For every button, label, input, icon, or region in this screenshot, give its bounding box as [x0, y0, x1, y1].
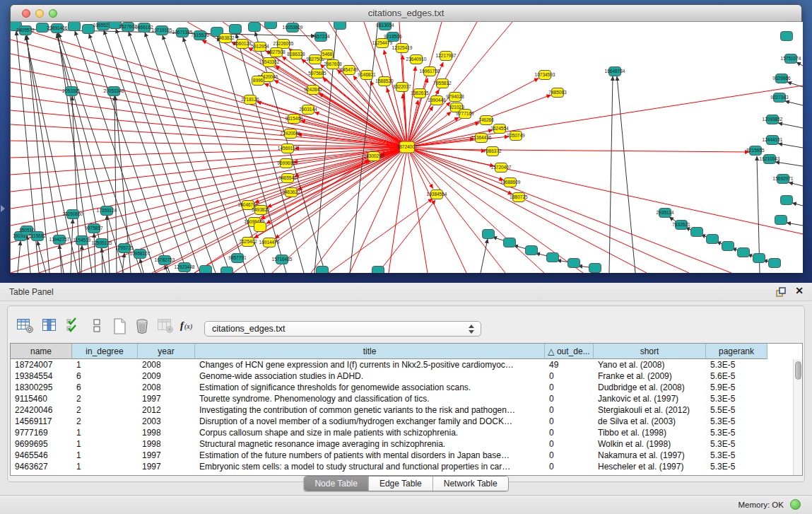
- column-header-year[interactable]: year: [138, 344, 195, 359]
- graph-edge[interactable]: [775, 162, 803, 166]
- table-select-dropdown[interactable]: citations_edges.txt: [204, 321, 481, 337]
- red-ray-edge[interactable]: [407, 147, 428, 273]
- table-row[interactable]: 1830029562008Estimation of significance …: [11, 382, 767, 393]
- table-row[interactable]: 1872400712008Changes of HCN gene express…: [11, 359, 767, 370]
- row-height-icon[interactable]: [88, 317, 107, 334]
- close-panel-icon[interactable]: ✕: [795, 285, 804, 296]
- graph-node[interactable]: [317, 267, 329, 274]
- graph-node[interactable]: [753, 254, 765, 263]
- table-row[interactable]: 1938455462009Genome-wide association stu…: [11, 370, 767, 382]
- graph-edge[interactable]: [789, 182, 803, 186]
- graph-node[interactable]: [722, 242, 734, 251]
- memory-status-indicator[interactable]: [790, 499, 801, 510]
- graph-edge[interactable]: [796, 62, 803, 66]
- table-cell: 2: [72, 404, 138, 416]
- table-vertical-scrollbar[interactable]: [793, 359, 802, 475]
- graph-node[interactable]: [265, 22, 277, 29]
- column-header-short[interactable]: short: [594, 344, 706, 359]
- function-builder-icon[interactable]: f (x): [180, 317, 198, 334]
- column-header-title[interactable]: title: [195, 344, 545, 359]
- column-header-name[interactable]: name: [11, 344, 72, 359]
- red-ray-edge[interactable]: [11, 68, 407, 147]
- graph-edge[interactable]: [329, 199, 433, 273]
- graph-node-label: 7832621: [672, 222, 690, 227]
- delete-table-icon[interactable]: [134, 317, 152, 334]
- tab-edge-table[interactable]: Edge Table: [368, 477, 433, 491]
- graph-edge[interactable]: [778, 144, 803, 148]
- table-cell: Stergiakouli et al. (2012): [594, 404, 706, 416]
- graph-edge[interactable]: [785, 101, 803, 105]
- graph-edge[interactable]: [71, 219, 73, 273]
- graph-edge[interactable]: [778, 123, 803, 128]
- scrollbar-thumb[interactable]: [795, 361, 801, 380]
- table-mode-icon[interactable]: [16, 317, 35, 334]
- graph-edge[interactable]: [152, 160, 370, 273]
- table-row[interactable]: 946362711997Embryonic stem cells: a mode…: [11, 461, 767, 472]
- graph-node[interactable]: [200, 266, 212, 274]
- graph-node[interactable]: [775, 216, 787, 225]
- graph-edge[interactable]: [617, 76, 635, 273]
- graph-edge[interactable]: [81, 245, 82, 273]
- table-cell: Dudbridge et al. (2008): [594, 382, 706, 393]
- graph-node[interactable]: [568, 259, 580, 268]
- column-header-in_degree[interactable]: in_degree: [72, 344, 138, 359]
- graph-node[interactable]: [769, 259, 781, 268]
- red-ray-edge[interactable]: [11, 147, 407, 192]
- graph-edge[interactable]: [792, 203, 803, 206]
- show-columns-icon[interactable]: [41, 317, 59, 334]
- graph-edge[interactable]: [787, 223, 803, 226]
- graph-edge[interactable]: [410, 149, 749, 152]
- graph-node[interactable]: [589, 264, 601, 273]
- red-ray-edge[interactable]: [11, 147, 407, 259]
- red-ray-edge[interactable]: [11, 147, 407, 243]
- graph-node[interactable]: [526, 246, 538, 255]
- cytoscape-desktop: citations_edges.txt 24055722069140610655…: [0, 0, 812, 283]
- column-header-pagerank[interactable]: pagerank: [706, 344, 767, 359]
- graph-edge[interactable]: [102, 248, 102, 273]
- graph-edge[interactable]: [787, 82, 803, 87]
- graph-edge[interactable]: [609, 76, 613, 273]
- graph-node[interactable]: [781, 196, 793, 205]
- red-ray-edge[interactable]: [407, 147, 731, 273]
- create-table-icon[interactable]: [111, 317, 129, 334]
- graph-node[interactable]: [738, 248, 750, 257]
- table-cell: Estimation of significance thresholds fo…: [195, 382, 545, 393]
- graph-node[interactable]: [249, 23, 261, 32]
- graph-node-label: 1362615: [411, 90, 429, 95]
- graph-node[interactable]: [781, 32, 793, 41]
- red-ray-edge[interactable]: [389, 147, 407, 273]
- tab-network-table[interactable]: Network Table: [433, 477, 508, 491]
- graph-edge[interactable]: [378, 200, 435, 273]
- tab-node-table[interactable]: Node Table: [304, 477, 368, 491]
- citation-edge[interactable]: [319, 93, 407, 147]
- table-row[interactable]: 1456911722003Disruption of a novel membe…: [11, 416, 767, 427]
- graph-node-label: 15716485: [272, 257, 293, 262]
- graph-node[interactable]: [254, 223, 266, 232]
- table-row[interactable]: 977716911998Corpus callosum shape and si…: [11, 427, 767, 438]
- network-window-titlebar[interactable]: citations_edges.txt: [11, 5, 801, 22]
- graph-node[interactable]: [372, 267, 384, 274]
- graph-node-label: 9827508: [267, 49, 286, 54]
- graph-node[interactable]: [483, 230, 495, 239]
- graph-node[interactable]: [707, 235, 719, 244]
- network-graph-canvas[interactable]: 2405572206914061065525715276029466162107…: [11, 22, 803, 273]
- table-row[interactable]: 911546021997Tourette syndrome. Phenomeno…: [11, 393, 767, 404]
- red-ray-edge[interactable]: [407, 147, 466, 273]
- graph-node[interactable]: [547, 253, 559, 262]
- graph-edge[interactable]: [481, 239, 488, 273]
- graph-node[interactable]: [691, 228, 703, 237]
- float-panel-icon[interactable]: [775, 286, 787, 298]
- citation-edge[interactable]: [407, 66, 416, 147]
- graph-node[interactable]: [334, 22, 346, 30]
- table-row[interactable]: 946554611997Estimation of the future num…: [11, 450, 767, 461]
- graph-node[interactable]: [504, 238, 516, 247]
- graph-node[interactable]: [230, 25, 242, 34]
- select-all-icon[interactable]: [66, 317, 84, 334]
- panel-collapse-arrow-icon[interactable]: [1, 205, 5, 212]
- table-cell: 1: [72, 359, 138, 370]
- table-row[interactable]: 2242004622012Investigating the contribut…: [11, 404, 767, 416]
- graph-node[interactable]: [69, 22, 81, 31]
- graph-node[interactable]: [221, 267, 233, 274]
- table-row[interactable]: 969969511998Structural magnetic resonanc…: [11, 438, 767, 450]
- column-header-out_de[interactable]: △ out_de...: [545, 344, 594, 359]
